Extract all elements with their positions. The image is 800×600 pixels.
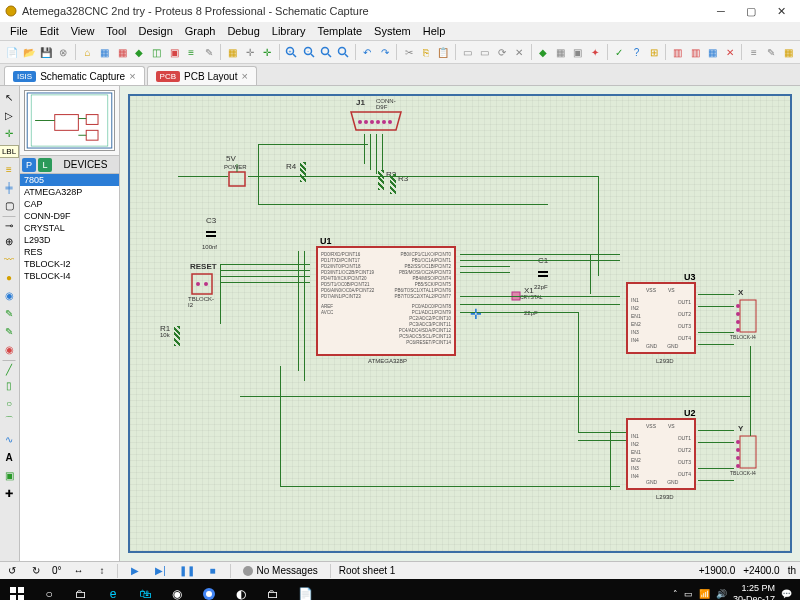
- path-icon[interactable]: ∿: [2, 432, 16, 446]
- property-icon[interactable]: ⊞: [646, 43, 661, 61]
- package-icon[interactable]: ▣: [570, 43, 585, 61]
- device-item[interactable]: CONN-D9F: [20, 210, 119, 222]
- flip-v-button[interactable]: ↕: [96, 565, 109, 576]
- menu-library[interactable]: Library: [266, 23, 312, 39]
- device-item[interactable]: CAP: [20, 198, 119, 210]
- graph-icon[interactable]: 〰: [2, 252, 16, 266]
- flip-h-button[interactable]: ↔: [70, 565, 88, 576]
- paste-icon[interactable]: 📋: [436, 43, 451, 61]
- netlist-icon[interactable]: ▦: [781, 43, 796, 61]
- stop-button[interactable]: ■: [204, 564, 222, 578]
- component-5v[interactable]: 5V POWER: [228, 164, 246, 190]
- pcb-icon[interactable]: ▦: [115, 43, 130, 61]
- menu-design[interactable]: Design: [133, 23, 179, 39]
- file-explorer-icon[interactable]: 🗀: [66, 581, 96, 600]
- symbol-icon[interactable]: ▣: [2, 468, 16, 482]
- edge-icon[interactable]: e: [98, 581, 128, 600]
- menu-debug[interactable]: Debug: [221, 23, 265, 39]
- menu-tool[interactable]: Tool: [100, 23, 132, 39]
- device-item[interactable]: 7805: [20, 174, 119, 186]
- step-button[interactable]: ▶|: [152, 564, 170, 578]
- zoom-child-icon[interactable]: ▦: [705, 43, 720, 61]
- device-item[interactable]: TBLOCK-I4: [20, 270, 119, 282]
- wifi-icon[interactable]: 📶: [699, 589, 710, 599]
- overview-preview[interactable]: [20, 86, 119, 156]
- device-item[interactable]: RES: [20, 246, 119, 258]
- component-u3[interactable]: U3 L293D VSSVS IN1IN2EN1EN2IN3IN4 OUT1OU…: [626, 282, 696, 354]
- component-r3[interactable]: R3: [390, 174, 396, 194]
- terminal-icon[interactable]: ⊸: [2, 216, 16, 230]
- tape-icon[interactable]: ●: [2, 270, 16, 284]
- messages-indicator[interactable]: No Messages: [239, 565, 322, 576]
- component-r1[interactable]: R1 10k: [174, 326, 180, 346]
- task-folder-icon[interactable]: 🗀: [258, 581, 288, 600]
- device-list[interactable]: 7805 ATMEGA328P CAP CONN-D9F CRYSTAL L29…: [20, 174, 119, 561]
- component-c3[interactable]: C3 100nf: [206, 226, 216, 242]
- menu-template[interactable]: Template: [311, 23, 368, 39]
- make-icon[interactable]: ▦: [553, 43, 568, 61]
- wire-label-icon[interactable]: LBL: [2, 144, 16, 158]
- new-icon[interactable]: 📄: [4, 43, 19, 61]
- copy-icon[interactable]: ⎘: [418, 43, 433, 61]
- exit-parent-icon[interactable]: ✕: [722, 43, 737, 61]
- block-delete-icon[interactable]: ✕: [512, 43, 527, 61]
- volume-icon[interactable]: 🔊: [716, 589, 727, 599]
- selection-mode-icon[interactable]: ↖: [2, 90, 16, 104]
- bom-icon[interactable]: ≡: [184, 43, 199, 61]
- play-button[interactable]: ▶: [126, 564, 144, 578]
- tray-up-icon[interactable]: ˄: [673, 589, 678, 599]
- component-mode-icon[interactable]: ▷: [2, 108, 16, 122]
- wire-autorouter-icon[interactable]: ✓: [612, 43, 627, 61]
- schematic-canvas[interactable]: J1 CONN-D9F 5V POWER R4 R2: [120, 86, 800, 561]
- component-j1[interactable]: J1 CONN-D9F: [346, 110, 406, 136]
- rotate-cw-button[interactable]: ↻: [28, 565, 44, 576]
- menu-graph[interactable]: Graph: [179, 23, 222, 39]
- device-pin-icon[interactable]: ⊕: [2, 234, 16, 248]
- gerber-icon[interactable]: ◫: [149, 43, 164, 61]
- cortana-icon[interactable]: ○: [34, 581, 64, 600]
- device-item[interactable]: L293D: [20, 234, 119, 246]
- marker-icon[interactable]: ✚: [2, 486, 16, 500]
- device-item[interactable]: TBLOCK-I2: [20, 258, 119, 270]
- component-r4[interactable]: R4: [300, 162, 306, 182]
- component-r2[interactable]: R2: [378, 170, 384, 190]
- task-chrome-icon[interactable]: [194, 581, 224, 600]
- center-icon[interactable]: ✛: [260, 43, 275, 61]
- subcircuit-icon[interactable]: ▢: [2, 198, 16, 212]
- close-project-icon[interactable]: ⊗: [56, 43, 71, 61]
- task-proteus-icon[interactable]: ◉: [162, 581, 192, 600]
- menu-file[interactable]: File: [4, 23, 34, 39]
- menu-help[interactable]: Help: [417, 23, 452, 39]
- cut-icon[interactable]: ✂: [401, 43, 416, 61]
- erc-icon[interactable]: ✎: [764, 43, 779, 61]
- pick-device-button[interactable]: P: [22, 158, 36, 172]
- home-icon[interactable]: ⌂: [80, 43, 95, 61]
- arc-icon[interactable]: ⌒: [2, 414, 16, 428]
- minimize-button[interactable]: ─: [706, 1, 736, 21]
- component-u1[interactable]: U1 ATMEGA328P PD0/RXD/PCINT16PD1/TXD/PCI…: [316, 246, 456, 356]
- tab-close-icon[interactable]: ×: [129, 70, 135, 82]
- open-icon[interactable]: 📂: [21, 43, 36, 61]
- bus-mode-icon[interactable]: ╪: [2, 180, 16, 194]
- zoom-fit-icon[interactable]: [318, 43, 333, 61]
- block-copy-icon[interactable]: ▭: [460, 43, 475, 61]
- search-icon[interactable]: ?: [629, 43, 644, 61]
- store-icon[interactable]: 🛍: [130, 581, 160, 600]
- battery-icon[interactable]: ▭: [684, 589, 693, 599]
- device-item[interactable]: CRYSTAL: [20, 222, 119, 234]
- block-move-icon[interactable]: ▭: [477, 43, 492, 61]
- line-icon[interactable]: ╱: [2, 360, 16, 374]
- systray[interactable]: ˄ ▭ 📶 🔊 1:25 PM 30-Dec-17 💬: [667, 583, 798, 600]
- save-icon[interactable]: 💾: [39, 43, 54, 61]
- junction-mode-icon[interactable]: ✛: [2, 126, 16, 140]
- menu-view[interactable]: View: [65, 23, 101, 39]
- generator-icon[interactable]: ◉: [2, 288, 16, 302]
- task-app-icon[interactable]: ◐: [226, 581, 256, 600]
- 3d-icon[interactable]: ◆: [132, 43, 147, 61]
- component-u2[interactable]: U2 L293D VSSVS IN1IN2EN1EN2IN3IN4 OUT1OU…: [626, 418, 696, 490]
- notifications-icon[interactable]: 💬: [781, 589, 792, 599]
- component-c1[interactable]: C1 22pF: [538, 266, 548, 282]
- pick-icon[interactable]: ◆: [536, 43, 551, 61]
- component-x-terminal[interactable]: X TBLOCK-I4: [734, 296, 758, 338]
- start-button[interactable]: [2, 581, 32, 600]
